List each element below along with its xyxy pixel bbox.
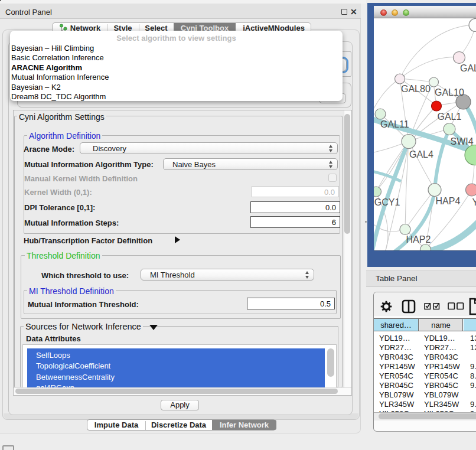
svg-text:GAL80: GAL80: [401, 84, 431, 94]
svg-text:HAP2: HAP2: [406, 234, 431, 244]
svg-text:GAL11: GAL11: [380, 119, 409, 129]
svg-text:GAL1: GAL1: [438, 112, 462, 122]
svg-text:GCY1: GCY1: [374, 197, 400, 207]
svg-text:GAL10: GAL10: [435, 87, 464, 97]
svg-text:GAL: GAL: [460, 63, 476, 73]
svg-text:SWI4: SWI4: [451, 136, 474, 146]
svg-text:Y: Y: [472, 197, 476, 207]
svg-text:HAP4: HAP4: [436, 196, 461, 206]
svg-text:GAL4: GAL4: [409, 149, 433, 159]
